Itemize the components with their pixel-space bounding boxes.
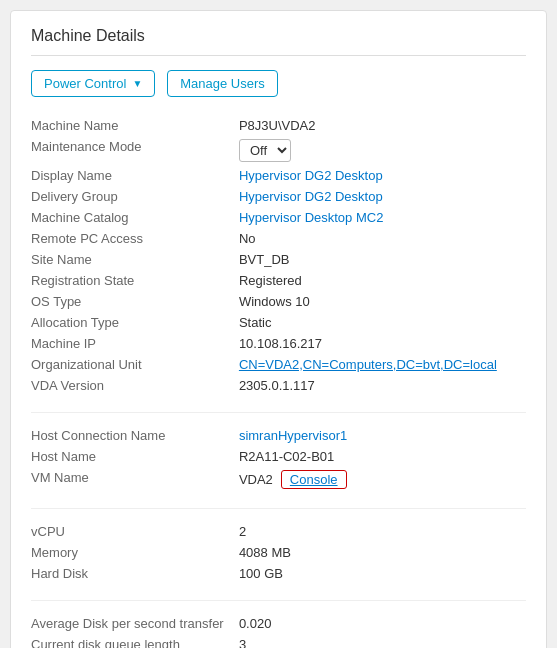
registration-state-row: Registration State Registered	[31, 270, 526, 291]
delivery-group-value[interactable]: Hypervisor DG2 Desktop	[239, 189, 383, 204]
org-unit-value[interactable]: CN=VDA2,CN=Computers,DC=bvt,DC=local	[239, 357, 497, 372]
remote-pc-row: Remote PC Access No	[31, 228, 526, 249]
hard-disk-label: Hard Disk	[31, 563, 239, 584]
memory-value: 4088 MB	[239, 542, 526, 563]
hard-disk-row: Hard Disk 100 GB	[31, 563, 526, 584]
disk-divider	[31, 600, 526, 601]
vcpu-label: vCPU	[31, 521, 239, 542]
maintenance-mode-cell: Off On	[239, 136, 526, 165]
site-name-value: BVT_DB	[239, 249, 526, 270]
disk-table: Average Disk per second transfer 0.020 C…	[31, 613, 526, 648]
registration-state-label: Registration State	[31, 270, 239, 291]
machine-ip-label: Machine IP	[31, 333, 239, 354]
host-name-row: Host Name R2A11-C02-B01	[31, 446, 526, 467]
display-name-value[interactable]: Hypervisor DG2 Desktop	[239, 168, 383, 183]
console-button[interactable]: Console	[281, 470, 347, 489]
maintenance-mode-row: Maintenance Mode Off On	[31, 136, 526, 165]
vda-version-row: VDA Version 2305.0.1.117	[31, 375, 526, 396]
details-section: Machine Name P8J3U\VDA2 Maintenance Mode…	[31, 115, 526, 396]
host-name-value: R2A11-C02-B01	[239, 446, 526, 467]
machine-catalog-row: Machine Catalog Hypervisor Desktop MC2	[31, 207, 526, 228]
machine-name-row: Machine Name P8J3U\VDA2	[31, 115, 526, 136]
maintenance-mode-select[interactable]: Off On	[239, 139, 291, 162]
vm-name-row: VM Name VDA2 Console	[31, 467, 526, 492]
os-type-row: OS Type Windows 10	[31, 291, 526, 312]
resources-section: vCPU 2 Memory 4088 MB Hard Disk 100 GB	[31, 521, 526, 584]
vm-name-container: VDA2 Console	[239, 470, 526, 489]
display-name-label: Display Name	[31, 165, 239, 186]
remote-pc-value: No	[239, 228, 526, 249]
os-type-value: Windows 10	[239, 291, 526, 312]
vcpu-value: 2	[239, 521, 526, 542]
disk-queue-row: Current disk queue length 3	[31, 634, 526, 648]
vm-name-value: VDA2	[239, 472, 273, 487]
power-control-button[interactable]: Power Control ▼	[31, 70, 155, 97]
maintenance-mode-label: Maintenance Mode	[31, 136, 239, 165]
toolbar: Power Control ▼ Manage Users	[31, 70, 526, 97]
org-unit-row: Organizational Unit CN=VDA2,CN=Computers…	[31, 354, 526, 375]
chevron-down-icon: ▼	[132, 78, 142, 89]
avg-disk-label: Average Disk per second transfer	[31, 613, 239, 634]
avg-disk-value: 0.020	[239, 613, 526, 634]
host-table: Host Connection Name simranHypervisor1 H…	[31, 425, 526, 492]
machine-details-card: Machine Details Power Control ▼ Manage U…	[10, 10, 547, 648]
title-divider	[31, 55, 526, 56]
allocation-type-label: Allocation Type	[31, 312, 239, 333]
machine-catalog-label: Machine Catalog	[31, 207, 239, 228]
host-name-label: Host Name	[31, 446, 239, 467]
details-table: Machine Name P8J3U\VDA2 Maintenance Mode…	[31, 115, 526, 396]
machine-name-value: P8J3U\VDA2	[239, 115, 526, 136]
memory-row: Memory 4088 MB	[31, 542, 526, 563]
manage-users-button[interactable]: Manage Users	[167, 70, 278, 97]
memory-label: Memory	[31, 542, 239, 563]
delivery-group-label: Delivery Group	[31, 186, 239, 207]
machine-catalog-value[interactable]: Hypervisor Desktop MC2	[239, 210, 384, 225]
vm-name-cell: VDA2 Console	[239, 467, 526, 492]
display-name-row: Display Name Hypervisor DG2 Desktop	[31, 165, 526, 186]
manage-users-label: Manage Users	[180, 76, 265, 91]
org-unit-label: Organizational Unit	[31, 354, 239, 375]
vm-name-label: VM Name	[31, 467, 239, 492]
host-divider	[31, 412, 526, 413]
avg-disk-row: Average Disk per second transfer 0.020	[31, 613, 526, 634]
resources-divider	[31, 508, 526, 509]
os-type-label: OS Type	[31, 291, 239, 312]
resources-table: vCPU 2 Memory 4088 MB Hard Disk 100 GB	[31, 521, 526, 584]
power-control-label: Power Control	[44, 76, 126, 91]
page-title: Machine Details	[31, 27, 526, 45]
delivery-group-row: Delivery Group Hypervisor DG2 Desktop	[31, 186, 526, 207]
remote-pc-label: Remote PC Access	[31, 228, 239, 249]
disk-section: Average Disk per second transfer 0.020 C…	[31, 613, 526, 648]
vcpu-row: vCPU 2	[31, 521, 526, 542]
host-section: Host Connection Name simranHypervisor1 H…	[31, 425, 526, 492]
site-name-row: Site Name BVT_DB	[31, 249, 526, 270]
machine-name-label: Machine Name	[31, 115, 239, 136]
site-name-label: Site Name	[31, 249, 239, 270]
vda-version-label: VDA Version	[31, 375, 239, 396]
registration-state-value: Registered	[239, 270, 526, 291]
host-connection-row: Host Connection Name simranHypervisor1	[31, 425, 526, 446]
machine-ip-value: 10.108.16.217	[239, 333, 526, 354]
host-connection-label: Host Connection Name	[31, 425, 239, 446]
disk-queue-label: Current disk queue length	[31, 634, 239, 648]
allocation-type-value: Static	[239, 312, 526, 333]
allocation-type-row: Allocation Type Static	[31, 312, 526, 333]
disk-queue-value: 3	[239, 634, 526, 648]
machine-ip-row: Machine IP 10.108.16.217	[31, 333, 526, 354]
host-connection-value[interactable]: simranHypervisor1	[239, 428, 347, 443]
hard-disk-value: 100 GB	[239, 563, 526, 584]
vda-version-value: 2305.0.1.117	[239, 375, 526, 396]
